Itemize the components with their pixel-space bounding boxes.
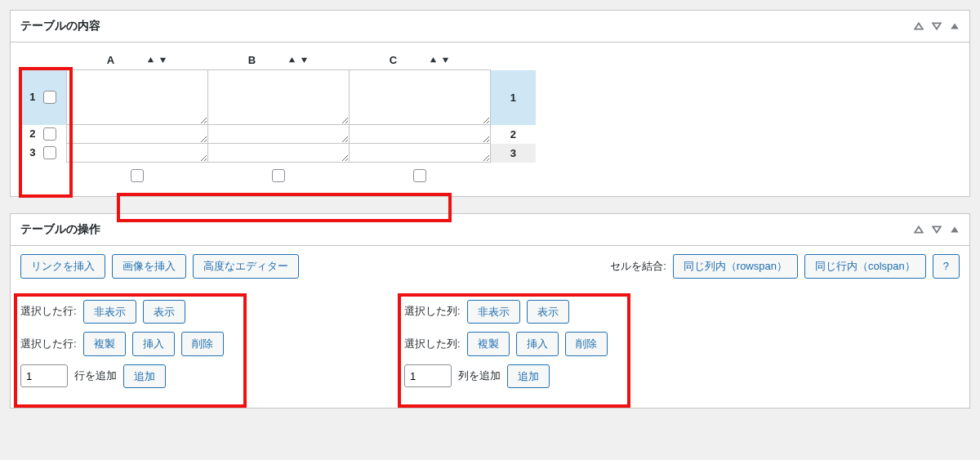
data-table: A B <box>20 51 536 182</box>
row-checkbox[interactable] <box>43 127 56 141</box>
panel-header-ops: テーブルの操作 <box>11 214 969 246</box>
row-number-left[interactable]: 3 <box>20 144 66 163</box>
panel-down-icon[interactable] <box>932 21 942 31</box>
col-header-A[interactable]: A <box>66 51 207 70</box>
panel-down-icon[interactable] <box>932 225 942 234</box>
cell-input[interactable] <box>208 70 349 124</box>
add-rows-count[interactable] <box>20 364 68 387</box>
panel-up-icon[interactable] <box>914 225 924 234</box>
cell-input[interactable] <box>67 125 207 143</box>
insert-image-button[interactable]: 画像を挿入 <box>112 254 186 279</box>
row-number-right: 2 <box>490 125 536 144</box>
merge-help-button[interactable]: ? <box>933 254 960 279</box>
add-cols-count[interactable] <box>404 364 452 387</box>
row-number-left[interactable]: 1 <box>20 70 66 125</box>
sort-desc-icon[interactable] <box>301 56 308 64</box>
col-checkbox[interactable] <box>272 169 285 182</box>
sort-asc-icon[interactable] <box>430 56 437 64</box>
colspan-button[interactable]: 同じ行内（colspan） <box>804 254 926 279</box>
rows-duplicate-button[interactable]: 複製 <box>83 332 126 356</box>
col-header-B[interactable]: B <box>207 51 349 70</box>
cell-input[interactable] <box>350 125 490 143</box>
rows-insert-button[interactable]: 挿入 <box>132 332 175 356</box>
rowspan-button[interactable]: 同じ列内（rowspan） <box>673 254 798 279</box>
panel-toggle-icon[interactable] <box>950 21 960 31</box>
cols-show-button[interactable]: 表示 <box>527 300 569 324</box>
column-checkbox-row <box>20 163 536 183</box>
insert-link-button[interactable]: リンクを挿入 <box>20 254 105 279</box>
row-checkbox[interactable] <box>43 146 56 159</box>
table-row: 1 1 <box>20 70 536 125</box>
cols-delete-button[interactable]: 削除 <box>565 332 608 356</box>
add-rows-label: 行を追加 <box>74 368 117 383</box>
sort-desc-icon[interactable] <box>442 56 449 64</box>
cols-hide-button[interactable]: 非表示 <box>467 300 520 324</box>
panel-header-content: テーブルの内容 <box>11 11 969 42</box>
add-rows-button[interactable]: 追加 <box>123 364 166 389</box>
table-row: 2 2 <box>20 125 536 144</box>
merge-tools: セルを結合: 同じ列内（rowspan） 同じ行内（colspan） ? <box>610 254 960 279</box>
panel-title: テーブルの操作 <box>20 222 100 237</box>
sort-asc-icon[interactable] <box>288 56 296 64</box>
merge-label: セルを結合: <box>610 259 666 274</box>
col-label: C <box>390 54 397 66</box>
cell-input[interactable] <box>350 144 490 162</box>
col-label: B <box>248 54 256 66</box>
row-number-right: 1 <box>490 70 536 125</box>
row-checkbox[interactable] <box>43 91 56 104</box>
col-checkbox[interactable] <box>131 169 144 182</box>
cell-input[interactable] <box>350 70 490 124</box>
col-label: A <box>107 54 114 66</box>
add-cols-label: 列を追加 <box>458 368 501 383</box>
insert-tools: リンクを挿入 画像を挿入 高度なエディター <box>20 254 299 279</box>
col-ops: 選択した列: 非表示 表示 選択した列: 複製 挿入 削除 列を追加 追加 <box>404 300 633 397</box>
cols-insert-button[interactable]: 挿入 <box>516 332 559 356</box>
table-row: 3 3 <box>20 144 536 163</box>
advanced-editor-button[interactable]: 高度なエディター <box>193 254 299 279</box>
cell-input[interactable] <box>208 125 349 143</box>
panel-table-content: テーブルの内容 A <box>10 10 970 197</box>
col-header-C[interactable]: C <box>349 51 490 70</box>
panel-up-icon[interactable] <box>914 21 924 31</box>
selected-cols-label: 選択した列: <box>404 304 461 319</box>
sort-desc-icon[interactable] <box>159 56 167 64</box>
cell-input[interactable] <box>67 144 207 162</box>
rows-hide-button[interactable]: 非表示 <box>83 300 136 324</box>
rows-show-button[interactable]: 表示 <box>143 300 185 324</box>
col-checkbox[interactable] <box>413 169 426 182</box>
selected-rows-label: 選択した行: <box>20 337 77 351</box>
column-header-row: A B <box>20 51 536 70</box>
panel-toggle-icon[interactable] <box>950 225 960 234</box>
row-number-left[interactable]: 2 <box>20 125 66 144</box>
selected-cols-label: 選択した列: <box>404 337 461 351</box>
cell-input[interactable] <box>208 144 349 162</box>
panel-title: テーブルの内容 <box>20 19 100 33</box>
panel-table-ops: テーブルの操作 リンクを挿入 画像を挿入 高度なエディター セルを結合: 同じ列… <box>10 213 970 409</box>
sort-asc-icon[interactable] <box>147 56 154 64</box>
rows-delete-button[interactable]: 削除 <box>181 332 224 356</box>
cell-input[interactable] <box>67 70 207 124</box>
row-number-right: 3 <box>490 144 536 163</box>
row-ops: 選択した行: 非表示 表示 選択した行: 複製 挿入 削除 行を追加 追加 <box>20 300 249 397</box>
add-cols-button[interactable]: 追加 <box>507 364 550 389</box>
cols-duplicate-button[interactable]: 複製 <box>467 332 510 356</box>
selected-rows-label: 選択した行: <box>20 304 77 319</box>
